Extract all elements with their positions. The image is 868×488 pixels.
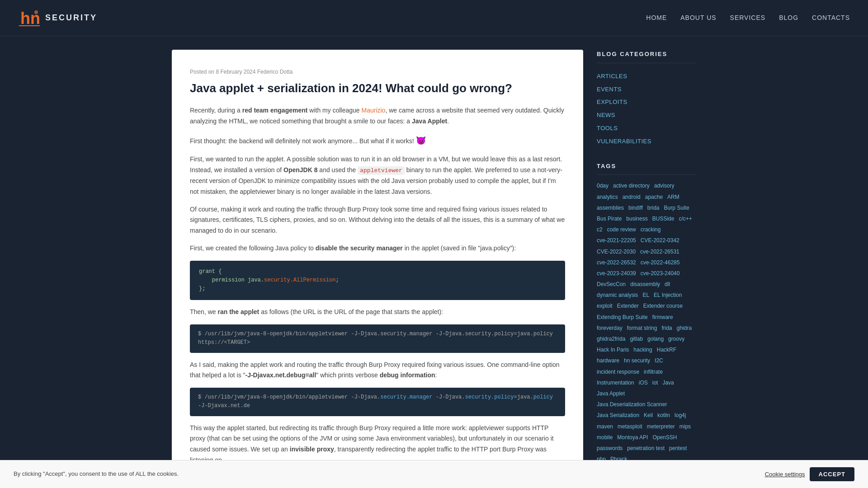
tag-item[interactable]: Java Applet xyxy=(597,389,625,398)
tag-item[interactable]: DevSecCon xyxy=(597,280,626,289)
tag-item[interactable]: mobile xyxy=(597,433,613,442)
tag-item[interactable]: Hack In Paris xyxy=(597,346,629,354)
tag-item[interactable]: passwords xyxy=(597,444,623,453)
tag-item[interactable]: ARM xyxy=(667,193,679,202)
body-p1: Recently, during a red team engagement w… xyxy=(190,105,565,127)
sidebar-item-tools[interactable]: TOOLS xyxy=(597,122,696,135)
post-body: Recently, during a red team engagement w… xyxy=(190,105,565,466)
body-p7: As I said, making the applet work and ro… xyxy=(190,360,565,381)
tag-item[interactable]: hacking xyxy=(633,346,652,354)
tag-item[interactable]: exploit xyxy=(597,302,613,310)
tag-item[interactable]: c/c++ xyxy=(679,215,692,223)
article: Posted on 8 February 2024 Federico Dotta… xyxy=(172,50,583,488)
tag-item[interactable]: meterpreter xyxy=(647,422,675,431)
tag-item[interactable]: dynamic analysis xyxy=(597,291,638,300)
accept-button[interactable]: ACCEPT xyxy=(810,467,854,481)
permission-link[interactable]: security.AllPermission xyxy=(264,277,335,283)
tag-item[interactable]: HackRF xyxy=(657,346,676,354)
nav-services[interactable]: SERVICES xyxy=(730,13,766,23)
tag-item[interactable]: cve-2023-24040 xyxy=(641,269,680,278)
tag-item[interactable]: Bus Pirate xyxy=(597,215,622,223)
tag-item[interactable]: Burp Suite xyxy=(664,204,689,212)
tag-item[interactable]: foreverday xyxy=(597,324,623,333)
tag-item[interactable]: iOS xyxy=(639,379,648,387)
tag-item[interactable]: penetration test xyxy=(627,444,665,453)
terminal-1: $ /usr/lib/jvm/java-8-openjdk/bin/applet… xyxy=(190,324,565,352)
tag-item[interactable]: Extender course xyxy=(643,302,683,310)
tag-item[interactable]: format string xyxy=(627,324,657,333)
tag-item[interactable]: brida xyxy=(647,204,660,212)
tag-item[interactable]: Extending Burp Suite xyxy=(597,313,648,322)
tag-item[interactable]: CVE-2022-0342 xyxy=(641,236,679,245)
tag-item[interactable]: pentest xyxy=(669,444,687,453)
tag-item[interactable]: OpenSSH xyxy=(652,433,677,442)
tag-item[interactable]: active directory xyxy=(613,182,650,190)
tag-item[interactable]: BUSSide xyxy=(652,215,675,223)
tag-item[interactable]: business xyxy=(626,215,647,223)
nav-home[interactable]: HOME xyxy=(646,13,667,23)
tag-item[interactable]: cve-2023-24039 xyxy=(597,269,636,278)
tag-item[interactable]: EL Injection xyxy=(654,291,682,300)
tag-item[interactable]: c2 xyxy=(597,225,603,234)
tag-item[interactable]: cve-2022-26532 xyxy=(597,258,636,267)
tag-item[interactable]: iot xyxy=(652,379,658,387)
tag-item[interactable]: log4j xyxy=(675,411,686,420)
tag-item[interactable]: assemblies xyxy=(597,204,624,212)
site-header: hn SECURITY HOME ABOUT US SERVICES BLOG … xyxy=(0,0,868,36)
sidebar-item-news[interactable]: NEWS xyxy=(597,109,696,122)
tag-item[interactable]: mips xyxy=(679,422,691,431)
tag-item[interactable]: Montoya API xyxy=(617,433,648,442)
tag-item[interactable]: ghidra2frida xyxy=(597,335,625,343)
tag-item[interactable]: Java Deserialization Scanner xyxy=(597,400,667,409)
tag-item[interactable]: maven xyxy=(597,422,613,431)
tag-item[interactable]: Java Serialization xyxy=(597,411,639,420)
tag-item[interactable]: groovy xyxy=(668,335,684,343)
tag-item[interactable]: dll xyxy=(665,280,670,289)
sidebar-item-articles[interactable]: ARTICLES xyxy=(597,70,696,83)
tag-item[interactable]: firmware xyxy=(652,313,673,322)
tag-item[interactable]: kotlin xyxy=(657,411,670,420)
cookie-settings-button[interactable]: Cookie settings xyxy=(765,471,805,478)
maurizio-link[interactable]: Maurizio xyxy=(361,107,385,114)
nav-about[interactable]: ABOUT US xyxy=(680,13,716,23)
tag-item[interactable]: bindiff xyxy=(628,204,643,212)
body-p2: First thought: the backend will definite… xyxy=(190,134,565,148)
sidebar-item-vulnerabilities[interactable]: VULNERABILITIES xyxy=(597,135,696,148)
tag-item[interactable]: android xyxy=(623,193,641,202)
tag-item[interactable]: disassembly xyxy=(630,280,660,289)
tag-item[interactable]: cve-2022-46285 xyxy=(641,258,680,267)
sidebar-item-exploits[interactable]: EXPLOITS xyxy=(597,96,696,109)
tag-item[interactable]: Extender xyxy=(617,302,639,310)
tag-item[interactable]: apache xyxy=(645,193,663,202)
tag-item[interactable]: infiltrate xyxy=(644,368,663,376)
tag-item[interactable]: Java xyxy=(662,379,674,387)
tag-item[interactable]: gitlab xyxy=(630,335,643,343)
tag-item[interactable]: hardware xyxy=(597,357,619,365)
tag-item[interactable]: 0day xyxy=(597,182,609,190)
sidebar: BLOG CATEGORIES ARTICLES EVENTS EXPLOITS… xyxy=(597,50,696,488)
tag-item[interactable]: metasploit xyxy=(618,422,642,431)
tag-item[interactable]: Instrumentation xyxy=(597,379,634,387)
tag-item[interactable]: Keil xyxy=(644,411,653,420)
nav-blog[interactable]: BLOG xyxy=(779,13,798,23)
tag-item[interactable]: ghidra xyxy=(677,324,692,333)
tag-item[interactable]: cve-2021-22205 xyxy=(597,236,636,245)
tag-item[interactable]: frida xyxy=(661,324,672,333)
sidebar-item-events[interactable]: EVENTS xyxy=(597,83,696,96)
tag-item[interactable]: cve-2022-26531 xyxy=(640,248,679,256)
tag-item[interactable]: advisory xyxy=(654,182,675,190)
tag-item[interactable]: hn security xyxy=(624,357,650,365)
tag-item[interactable]: analytics xyxy=(597,193,618,202)
tag-item[interactable]: I2C xyxy=(655,357,663,365)
nav-contacts[interactable]: CONTACTS xyxy=(812,13,850,23)
tag-item[interactable]: cracking xyxy=(641,225,661,234)
tag-item[interactable]: incident response xyxy=(597,368,639,376)
main-nav: HOME ABOUT US SERVICES BLOG CONTACTS xyxy=(646,13,850,23)
tag-item[interactable]: golang xyxy=(647,335,664,343)
tag-item[interactable]: CVE-2022-2030 xyxy=(597,248,636,256)
tag-item[interactable]: code review xyxy=(607,225,636,234)
tag-item[interactable]: EL xyxy=(642,291,649,300)
tags-title: TAGS xyxy=(597,162,696,175)
logo-text: SECURITY xyxy=(45,11,97,24)
logo[interactable]: hn SECURITY xyxy=(18,7,97,29)
